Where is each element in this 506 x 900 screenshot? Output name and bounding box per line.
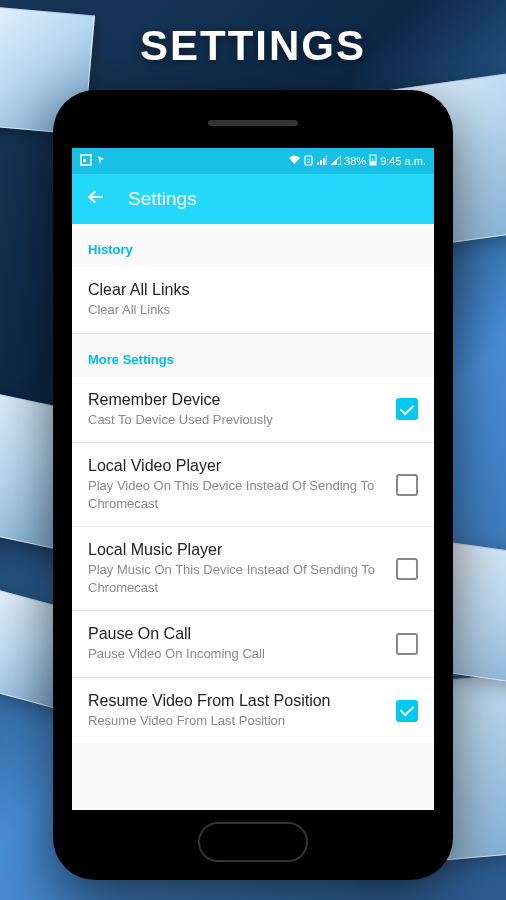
checkbox-local-music[interactable] (396, 558, 418, 580)
section-header-more: More Settings (72, 334, 434, 377)
setting-title: Clear All Links (88, 281, 406, 299)
checkbox-pause-call[interactable] (396, 633, 418, 655)
setting-title: Resume Video From Last Position (88, 692, 384, 710)
screenshot-icon (80, 154, 92, 168)
setting-title: Pause On Call (88, 625, 384, 643)
setting-desc: Resume Video From Last Position (88, 712, 384, 730)
setting-title: Remember Device (88, 391, 384, 409)
status-left (80, 154, 106, 168)
phone-frame: 2 38% 9:45 a.m. Settings (53, 90, 453, 880)
battery-percent: 38% (344, 155, 366, 167)
signal-2-icon (330, 155, 341, 167)
setting-local-music[interactable]: Local Music Player Play Music On This De… (72, 527, 434, 611)
phone-screen: 2 38% 9:45 a.m. Settings (72, 148, 434, 810)
setting-desc: Play Video On This Device Instead Of Sen… (88, 477, 384, 512)
location-icon (96, 154, 106, 168)
svg-text:2: 2 (307, 158, 311, 164)
settings-content: History Clear All Links Clear All Links … (72, 224, 434, 810)
checkbox-local-video[interactable] (396, 474, 418, 496)
status-right: 2 38% 9:45 a.m. (288, 154, 426, 168)
svg-rect-1 (83, 159, 86, 162)
setting-desc: Play Music On This Device Instead Of Sen… (88, 561, 384, 596)
setting-desc: Pause Video On Incoming Call (88, 645, 384, 663)
sim-icon: 2 (304, 155, 313, 168)
section-header-history: History (72, 224, 434, 267)
battery-charging-icon (369, 154, 377, 168)
phone-speaker (208, 120, 298, 126)
app-bar-title: Settings (128, 188, 197, 210)
status-bar: 2 38% 9:45 a.m. (72, 148, 434, 174)
checkbox-remember-device[interactable] (396, 398, 418, 420)
back-arrow-icon[interactable] (86, 187, 106, 211)
page-title: SETTINGS (0, 0, 506, 70)
setting-title: Local Video Player (88, 457, 384, 475)
checkbox-resume-video[interactable] (396, 700, 418, 722)
setting-remember-device[interactable]: Remember Device Cast To Device Used Prev… (72, 377, 434, 444)
setting-local-video[interactable]: Local Video Player Play Video On This De… (72, 443, 434, 527)
setting-clear-links[interactable]: Clear All Links Clear All Links (72, 267, 434, 334)
signal-icon (316, 155, 327, 167)
setting-resume-video[interactable]: Resume Video From Last Position Resume V… (72, 678, 434, 744)
phone-home-button (198, 822, 308, 862)
setting-title: Local Music Player (88, 541, 384, 559)
setting-desc: Clear All Links (88, 301, 406, 319)
app-bar: Settings (72, 174, 434, 224)
wifi-icon (288, 155, 301, 167)
status-time: 9:45 a.m. (380, 155, 426, 167)
setting-pause-call[interactable]: Pause On Call Pause Video On Incoming Ca… (72, 611, 434, 678)
setting-desc: Cast To Device Used Previously (88, 411, 384, 429)
